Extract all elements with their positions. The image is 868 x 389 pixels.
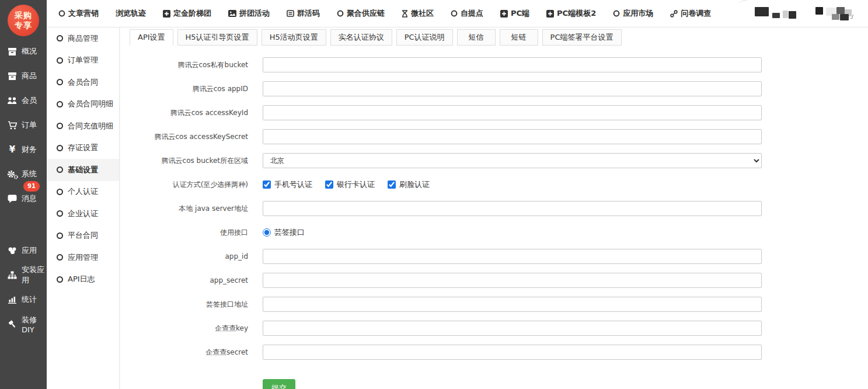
list-icon bbox=[287, 10, 294, 17]
field-label: 芸签接口地址 bbox=[120, 300, 248, 310]
auth-method-bankcard[interactable]: 银行卡认证 bbox=[325, 179, 375, 190]
nav-item-pc-side[interactable]: PC端 bbox=[500, 8, 529, 19]
settings-tabs: API设置 H5认证引导页设置 H5活动页设置 实名认证协议 PC认证说明 短信… bbox=[130, 29, 868, 46]
main-content: API设置 H5认证引导页设置 H5活动页设置 实名认证协议 PC认证说明 短信… bbox=[120, 27, 868, 389]
nav-item-questionnaire[interactable]: 问卷调查 bbox=[670, 8, 711, 19]
circle-icon bbox=[57, 232, 63, 239]
submenu-item-platform-contract[interactable]: 平台合同 bbox=[47, 225, 119, 247]
nav-item-label: 聚合供应链 bbox=[347, 8, 385, 19]
circle-icon bbox=[613, 10, 620, 17]
tab-h5-auth-guide-settings[interactable]: H5认证引导页设置 bbox=[177, 29, 257, 46]
qichacha-key-input[interactable] bbox=[263, 321, 762, 336]
app-id-input[interactable] bbox=[263, 249, 762, 264]
submenu-item-label: 会员合同明细 bbox=[68, 99, 113, 109]
qichacha-secret-input[interactable] bbox=[263, 345, 762, 360]
nav-item-deposit-ladder-group[interactable]: 定金阶梯团 bbox=[163, 8, 211, 19]
sidebar-item-overview[interactable]: 概况 bbox=[0, 39, 47, 64]
yunsign-interface-address-input[interactable] bbox=[263, 297, 762, 312]
circle-icon bbox=[57, 57, 63, 64]
submenu-item-order-management[interactable]: 订单管理 bbox=[47, 50, 119, 72]
field-label: 腾讯云cos私有bucket bbox=[120, 60, 248, 70]
submenu-item-contract-recharge-detail[interactable]: 合同充值明细 bbox=[47, 115, 119, 137]
nav-item-label: 应用市场 bbox=[623, 8, 653, 19]
box-icon bbox=[6, 72, 18, 81]
submenu-item-api-log[interactable]: API日志 bbox=[47, 269, 119, 291]
cos-accesskeysecret-input[interactable] bbox=[263, 129, 762, 144]
cos-appid-input[interactable] bbox=[263, 81, 762, 96]
auth-method-face[interactable]: 刷脸认证 bbox=[388, 179, 430, 190]
nav-item-pickup-point[interactable]: 自提点 bbox=[451, 8, 483, 19]
face-auth-checkbox[interactable] bbox=[388, 180, 396, 189]
field-label: app_secret bbox=[120, 276, 248, 284]
tab-h5-activity-page-settings[interactable]: H5活动页设置 bbox=[262, 29, 326, 46]
submenu-item-basic-settings[interactable]: 基础设置 bbox=[47, 159, 119, 181]
cos-private-bucket-input[interactable] bbox=[263, 57, 762, 72]
nav-item-label: 微社区 bbox=[411, 8, 434, 19]
tab-realname-auth-agreement[interactable]: 实名认证协议 bbox=[330, 29, 392, 46]
cos-region-select[interactable]: 北京 bbox=[263, 153, 762, 168]
submenu-item-product-management[interactable]: 商品管理 bbox=[47, 27, 119, 50]
nav-item-label: 群活码 bbox=[297, 8, 320, 19]
submenu-item-label: 会员合同 bbox=[68, 77, 98, 88]
phone-auth-checkbox[interactable] bbox=[263, 180, 271, 189]
app-logo[interactable]: 采购 专享 bbox=[8, 5, 39, 36]
sidebar-item-system[interactable]: 系统 bbox=[0, 162, 47, 186]
form-row: 使用接口 芸签接口 bbox=[120, 225, 868, 240]
sidebar-item-messages[interactable]: 消息 91 bbox=[0, 186, 47, 211]
apps-icon bbox=[6, 246, 18, 255]
bar-chart-icon bbox=[6, 296, 18, 304]
sidebar-item-install-apps[interactable]: 安装应用 bbox=[0, 263, 47, 287]
message-count-badge: 91 bbox=[23, 181, 40, 192]
cart-icon bbox=[6, 121, 18, 130]
cos-accesskeyid-input[interactable] bbox=[263, 105, 762, 120]
sidebar-item-decorate-diy[interactable]: 装修DIY bbox=[0, 312, 47, 336]
nav-item-label: 文章营销 bbox=[68, 8, 99, 19]
tab-pc-auth-description[interactable]: PC认证说明 bbox=[396, 29, 453, 46]
submenu-item-personal-auth[interactable]: 个人认证 bbox=[47, 181, 119, 203]
submenu-item-member-contract-detail[interactable]: 会员合同明细 bbox=[47, 93, 119, 116]
tab-pc-sign-platform-settings[interactable]: PC端签署平台设置 bbox=[542, 29, 622, 46]
yunsign-interface-option[interactable]: 芸签接口 bbox=[263, 227, 305, 238]
submenu-item-enterprise-auth[interactable]: 企业认证 bbox=[47, 203, 119, 225]
sidebar-item-label: 消息 bbox=[22, 193, 37, 204]
submenu-item-evidence-settings[interactable]: 存证设置 bbox=[47, 137, 119, 159]
submenu-item-label: 合同充值明细 bbox=[68, 121, 113, 131]
sidebar-item-finance[interactable]: ¥ 财务 bbox=[0, 137, 47, 162]
nav-item-pc-template2[interactable]: PC端模板2 bbox=[546, 8, 596, 19]
nav-item-group-live-code[interactable]: 群活码 bbox=[287, 8, 320, 19]
yunsign-interface-radio[interactable] bbox=[263, 228, 271, 237]
form-row: 认证方式(至少选择两种) 手机号认证 银行卡认证 刷脸认证 bbox=[120, 177, 868, 192]
nav-item-app-market[interactable]: 应用市场 bbox=[613, 8, 653, 19]
sidebar-item-products[interactable]: 商品 bbox=[0, 64, 47, 88]
main-sidebar: 采购 专享 概况 商品 会员 订单 ¥ 财务 系统 消息 bbox=[0, 0, 47, 389]
submenu-item-label: 基础设置 bbox=[68, 165, 98, 175]
tab-sms[interactable]: 短信 bbox=[457, 29, 496, 46]
sidebar-item-apps[interactable]: 应用 bbox=[0, 238, 47, 263]
nav-item-article-marketing[interactable]: 文章营销 bbox=[58, 8, 99, 19]
tab-api-settings[interactable]: API设置 bbox=[130, 29, 173, 46]
java-server-address-input[interactable] bbox=[263, 201, 762, 216]
plus-square-icon bbox=[500, 10, 508, 18]
form-row: 企查查key bbox=[120, 321, 868, 336]
sidebar-item-statistics[interactable]: 统计 bbox=[0, 287, 47, 312]
field-label: 腾讯云cos bucket所在区域 bbox=[120, 156, 248, 166]
tab-short-link[interactable]: 短链 bbox=[500, 29, 538, 46]
circle-icon bbox=[57, 123, 63, 129]
circle-icon bbox=[57, 189, 63, 195]
users-icon bbox=[6, 96, 18, 105]
checkbox-label: 手机号认证 bbox=[274, 179, 312, 190]
submenu-item-app-management[interactable]: 应用管理 bbox=[47, 246, 119, 269]
sidebar-item-orders[interactable]: 订单 bbox=[0, 113, 47, 137]
app-secret-input[interactable] bbox=[263, 273, 762, 288]
form-row: 腾讯云cos appID bbox=[120, 81, 868, 96]
submenu-item-member-contract[interactable]: 会员合同 bbox=[47, 71, 119, 93]
api-settings-form: 腾讯云cos私有bucket 腾讯云cos appID 腾讯云cos acces… bbox=[120, 57, 868, 389]
auth-method-phone[interactable]: 手机号认证 bbox=[263, 179, 312, 190]
nav-item-micro-community[interactable]: 微社区 bbox=[402, 8, 434, 19]
nav-item-browse-track[interactable]: 浏览轨迹 bbox=[116, 8, 146, 19]
submit-button[interactable]: 提交 bbox=[263, 379, 295, 389]
nav-item-group-buy-activity[interactable]: 拼团活动 bbox=[228, 8, 270, 19]
nav-item-supply-chain[interactable]: 聚合供应链 bbox=[337, 8, 385, 19]
sidebar-item-members[interactable]: 会员 bbox=[0, 88, 47, 113]
bankcard-auth-checkbox[interactable] bbox=[325, 180, 333, 189]
